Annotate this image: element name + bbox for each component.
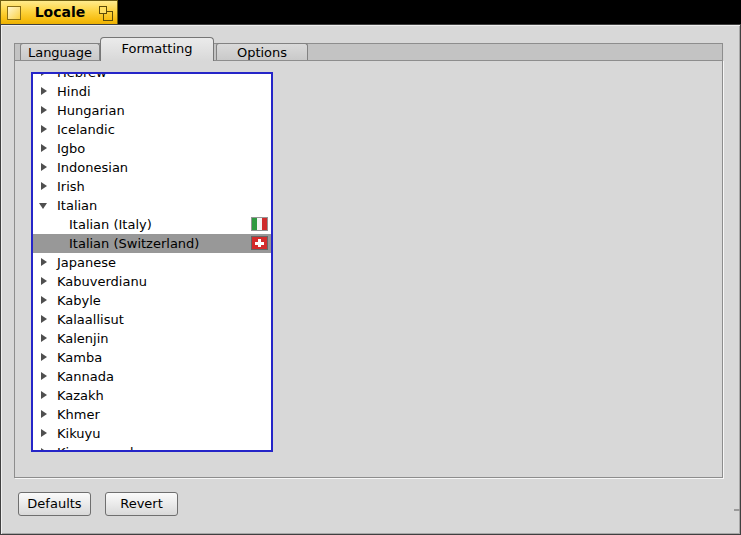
zoom-icon: [99, 6, 107, 14]
expand-arrow-icon[interactable]: [41, 163, 47, 171]
language-list-item[interactable]: Japanese: [33, 253, 271, 272]
language-list-content: HebrewHindiHungarianIcelandicIgboIndones…: [33, 72, 271, 452]
expand-arrow-icon[interactable]: [41, 144, 47, 152]
language-list[interactable]: HebrewHindiHungarianIcelandicIgboIndones…: [31, 72, 273, 452]
expand-arrow-icon[interactable]: [41, 296, 47, 304]
collapse-arrow-icon[interactable]: [39, 203, 47, 209]
tab-formatting[interactable]: Formatting: [100, 37, 214, 61]
expand-arrow-icon[interactable]: [41, 72, 47, 76]
tab-options[interactable]: Options: [216, 43, 308, 61]
language-list-item[interactable]: Indonesian: [33, 158, 271, 177]
language-list-item[interactable]: Igbo: [33, 139, 271, 158]
language-list-item[interactable]: Hindi: [33, 82, 271, 101]
language-list-item[interactable]: Italian (Switzerland): [33, 234, 271, 253]
language-list-item[interactable]: Kabyle: [33, 291, 271, 310]
expand-arrow-icon[interactable]: [41, 125, 47, 133]
language-list-item[interactable]: Hebrew: [33, 72, 271, 82]
zoom-button[interactable]: [98, 5, 116, 22]
language-list-item[interactable]: Italian: [33, 196, 271, 215]
expand-arrow-icon[interactable]: [41, 277, 47, 285]
expand-arrow-icon[interactable]: [41, 258, 47, 266]
expand-arrow-icon[interactable]: [41, 353, 47, 361]
language-list-item[interactable]: Hungarian: [33, 101, 271, 120]
language-list-item[interactable]: Kamba: [33, 348, 271, 367]
language-label: Italian (Switzerland): [33, 234, 199, 253]
close-button[interactable]: [7, 6, 21, 20]
expand-arrow-icon[interactable]: [41, 182, 47, 190]
language-list-item[interactable]: Kinyarwanda: [33, 443, 271, 452]
language-list-item[interactable]: Kazakh: [33, 386, 271, 405]
defaults-button[interactable]: Defaults: [18, 492, 91, 516]
language-list-item[interactable]: Kikuyu: [33, 424, 271, 443]
language-list-item[interactable]: Italian (Italy): [33, 215, 271, 234]
language-list-item[interactable]: Kannada: [33, 367, 271, 386]
expand-arrow-icon[interactable]: [41, 429, 47, 437]
expand-arrow-icon[interactable]: [41, 334, 47, 342]
expand-arrow-icon[interactable]: [41, 391, 47, 399]
expand-arrow-icon[interactable]: [41, 372, 47, 380]
expand-arrow-icon[interactable]: [41, 87, 47, 95]
tab-language[interactable]: Language: [20, 43, 100, 61]
resize-handle[interactable]: [734, 509, 740, 511]
language-label: Kabuverdianu: [33, 272, 147, 291]
window-titlebar[interactable]: Locale: [0, 0, 118, 25]
expand-arrow-icon[interactable]: [41, 448, 47, 452]
language-label: Indonesian: [33, 158, 128, 177]
language-list-item[interactable]: Khmer: [33, 405, 271, 424]
language-list-item[interactable]: Kabuverdianu: [33, 272, 271, 291]
expand-arrow-icon[interactable]: [41, 315, 47, 323]
language-list-item[interactable]: Kalaallisut: [33, 310, 271, 329]
language-label: Italian (Italy): [33, 215, 152, 234]
language-list-item[interactable]: Icelandic: [33, 120, 271, 139]
revert-button[interactable]: Revert: [105, 492, 178, 516]
window-title: Locale: [31, 4, 89, 20]
language-label: Kinyarwanda: [33, 443, 141, 452]
expand-arrow-icon[interactable]: [41, 106, 47, 114]
language-list-item[interactable]: Kalenjin: [33, 329, 271, 348]
language-list-item[interactable]: Irish: [33, 177, 271, 196]
expand-arrow-icon[interactable]: [41, 410, 47, 418]
switzerland-flag-icon: [252, 237, 267, 249]
italy-flag-icon: [252, 218, 267, 230]
